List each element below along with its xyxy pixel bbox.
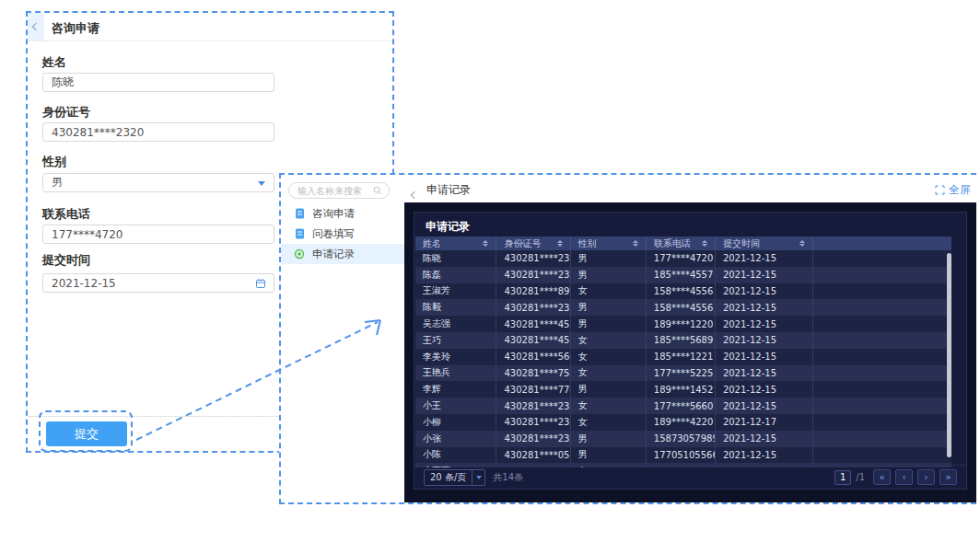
table-row[interactable]: 李美玲 430281****5665 女 185****1221 2021-12… [415,349,951,365]
cell-phone: 158****4556 [647,283,716,300]
fullscreen-label: 全屏 [949,182,971,198]
table-row[interactable]: 王巧 430281****4552 女 185****5689 2021-12-… [415,332,951,349]
table-row[interactable]: 陈磊 430281****2322 男 185****4557 2021-12-… [415,267,951,283]
cell-time: 2021-12-15 [716,398,813,414]
cell-phone: 189****4220 [647,414,716,431]
table-row[interactable]: 王艳兵 430281****7585 女 177****5225 2021-12… [415,365,951,382]
table-row[interactable]: 王淑芳 430281****8998 女 158****4556 2021-12… [415,283,951,300]
cell-empty [813,447,951,464]
cell-name: 小张 [415,431,496,447]
cell-time: 2021-12-15 [716,349,813,365]
cell-id: 430281****5665 [496,349,570,365]
menu-search [288,182,390,199]
cell-time: 2021-12-15 [716,332,813,349]
cell-name: 王艳兵 [415,365,496,382]
table-scrollbar[interactable] [947,253,951,457]
table-row[interactable]: 小陈 430281****0517 男 17705105566 2021-12-… [415,447,951,464]
cell-gender: 男 [571,267,647,283]
cell-id: 430281****0517 [496,447,570,464]
submit-time-label: 提交时间 [42,252,90,269]
search-input[interactable] [296,185,373,197]
cell-empty [813,365,951,382]
sort-icon[interactable] [702,240,707,247]
column-header-time[interactable]: 提交时间 [716,236,813,250]
cell-empty [813,250,951,267]
table-row[interactable]: 小柳 430281****2350 女 189****4220 2021-12-… [415,414,951,431]
column-header-id[interactable]: 身份证号 [496,236,570,250]
total-pages-label: /1 [856,472,865,482]
cell-phone: 177****5225 [647,365,716,382]
cell-phone: 185****1221 [647,349,716,365]
cell-empty [813,283,951,300]
document-icon [294,208,305,219]
cell-empty [813,431,951,447]
cell-phone: 185****5689 [647,332,716,349]
table-row[interactable]: 吴志强 430281****4557 男 189****1220 2021-12… [415,316,951,332]
cell-empty [813,398,951,414]
table-row[interactable]: 小张 430281****2322 男 15873057989 2021-12-… [415,431,951,447]
record-icon [294,248,305,259]
cell-id: 430281****2322 [496,267,570,283]
column-header-gender[interactable]: 性别 [571,236,647,250]
gender-select[interactable]: 男 [42,173,274,192]
id-number-field[interactable]: 430281****2320 [42,122,274,142]
first-page-button[interactable]: « [873,469,891,485]
name-field[interactable]: 陈晓 [42,73,274,92]
chevron-down-icon [258,181,265,186]
cell-id: 430281****7585 [496,365,570,382]
cell-name: 王淑芳 [415,283,496,300]
menu-item-questionnaire[interactable]: 问卷填写 [281,224,404,244]
table-row[interactable]: 陈晓 430281****2320 男 177****4720 2021-12-… [415,250,951,267]
cell-time: 2021-12-15 [716,365,813,382]
records-region: 咨询申请 问卷填写 申请记录 申请记录 全屏 申请记录 [279,173,976,504]
cell-phone: 189****1220 [647,316,716,332]
table-row[interactable]: 陈毅 430281****2320 男 158****4556 2021-12-… [415,299,951,316]
submit-button[interactable]: 提交 [46,421,127,446]
cell-time: 2021-12-15 [716,447,813,464]
menu-item-label: 问卷填写 [312,227,355,241]
fullscreen-button[interactable]: 全屏 [935,182,971,198]
calendar-icon[interactable] [255,278,266,292]
cell-phone: 185****4557 [647,267,716,283]
current-page-input[interactable]: 1 [834,470,851,485]
cell-name: 李辉 [415,381,496,398]
menu-item-label: 咨询申请 [312,207,355,221]
last-page-button[interactable]: » [939,469,957,485]
phone-field[interactable]: 177****4720 [42,225,274,244]
cell-time: 2021-12-15 [716,431,813,447]
column-header-phone[interactable]: 联系电话 [647,236,716,250]
table-row[interactable]: 小王 430281****2322 女 177****5660 2021-12-… [415,398,951,414]
page-size-select[interactable]: 20 条/页 [424,469,485,486]
cell-time: 2021-12-15 [716,283,813,300]
next-page-button[interactable]: › [917,469,935,485]
form-title: 咨询申请 [52,20,99,37]
sort-icon[interactable] [799,240,805,247]
sort-icon[interactable] [557,240,563,247]
cell-id: 430281****7788 [496,381,570,398]
search-icon [373,186,382,195]
table-row[interactable]: 李辉 430281****7788 男 189****1452 2021-12-… [415,381,951,398]
cell-id: 430281****2322 [496,398,570,414]
column-header-name[interactable]: 姓名 [415,236,496,250]
table-body: 陈晓 430281****2320 男 177****4720 2021-12-… [415,250,951,467]
menu-item-records[interactable]: 申请记录 [281,244,404,264]
sort-icon[interactable] [483,240,488,247]
gender-value: 男 [52,175,63,190]
cell-phone: 17705105566 [647,447,716,464]
chevron-left-icon [411,191,418,199]
cell-gender: 男 [571,447,647,464]
prev-page-button[interactable]: ‹ [895,469,913,485]
column-header-empty [813,236,951,250]
menu-item-consult[interactable]: 咨询申请 [281,203,404,224]
back-button[interactable] [28,13,44,40]
date-field[interactable]: 2021-12-15 [42,273,274,293]
back-button[interactable] [412,184,417,202]
records-topbar: 申请记录 全屏 [404,175,978,202]
cell-phone: 15873057989 [647,431,716,447]
cell-gender: 女 [571,398,647,414]
sort-icon[interactable] [633,240,638,247]
cell-name: 吴志强 [415,316,496,332]
date-value: 2021-12-15 [52,277,116,290]
cell-gender: 女 [571,332,647,349]
cell-name: 王巧 [415,332,496,349]
